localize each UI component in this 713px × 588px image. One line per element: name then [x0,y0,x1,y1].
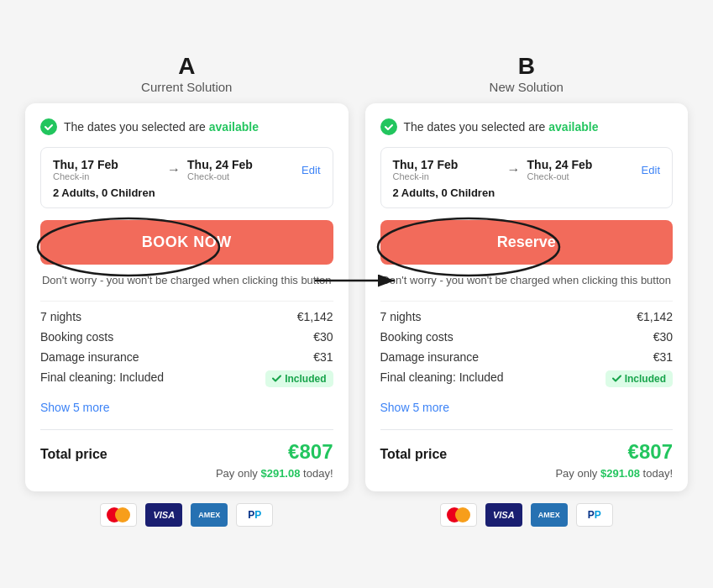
cleaning-row-b: Final cleaning: Included Included [380,370,674,387]
checkin-a: Thu, 17 Feb Check-in [53,158,160,181]
mastercard-icon-b [440,503,477,527]
availability-text-a: The dates you selected are available [64,120,259,134]
column-a-subtitle: Current Solution [141,80,232,94]
column-b-letter: B [365,53,689,80]
availability-row-a: The dates you selected are available [40,118,333,135]
column-b-subtitle: New Solution [490,80,564,94]
dates-arrow-b: → [507,162,521,177]
price-rows-b: 7 nights €1,142 Booking costs €30 Damage… [380,301,674,387]
damage-row-a: Damage insurance €31 [40,350,333,364]
column-a: A Current Solution The dates you selecte… [25,53,349,526]
column-a-header: A Current Solution [25,53,349,95]
visa-icon-a: VISA [145,503,182,527]
availability-row-b: The dates you selected are available [380,118,674,135]
visa-icon-b: VISA [485,503,522,527]
total-row-b: Total price €807 [380,429,674,464]
check-circle-b [380,118,397,135]
show-more-a[interactable]: Show 5 more [40,401,109,414]
cleaning-row-a: Final cleaning: Included Included [40,370,333,387]
show-more-b[interactable]: Show 5 more [380,401,449,414]
amex-icon-b: AMEX [531,503,568,527]
dates-box-a: Thu, 17 Feb Check-in → Thu, 24 Feb Check… [40,147,333,208]
column-a-letter: A [25,53,349,80]
check-circle-a [40,118,57,135]
dates-box-b: Thu, 17 Feb Check-in → Thu, 24 Feb Check… [380,147,674,208]
reserve-button[interactable]: Reserve [380,220,674,265]
no-charge-a: Don't worry - you won't be charged when … [40,273,333,288]
checkout-a: Thu, 24 Feb Check-out [187,158,295,181]
amex-icon-a: AMEX [191,503,228,527]
dates-row-b: Thu, 17 Feb Check-in → Thu, 24 Feb Check… [393,158,661,181]
edit-link-b[interactable]: Edit [642,164,660,176]
dates-arrow-a: → [167,162,181,177]
dates-row-a: Thu, 17 Feb Check-in → Thu, 24 Feb Check… [53,158,321,181]
page-wrapper: A Current Solution The dates you selecte… [0,36,713,551]
column-b: B New Solution The dates you selected ar… [365,53,689,526]
booking-row-a: Booking costs €30 [40,330,333,344]
mastercard-icon-a [100,503,137,527]
guests-a: 2 Adults, 0 Children [53,186,321,199]
total-row-a: Total price €807 [40,429,333,464]
nights-row-b: 7 nights €1,142 [380,310,674,323]
included-badge-a: Included [265,370,333,387]
paypal-icon-b: PP [576,503,613,527]
damage-row-b: Damage insurance €31 [380,350,674,364]
paypal-icon-a: PP [236,503,273,527]
book-now-button[interactable]: BOOK NOW [40,220,333,265]
checkin-b: Thu, 17 Feb Check-in [393,158,501,181]
checkout-b: Thu, 24 Feb Check-out [527,158,635,181]
pay-today-a: Pay only $291.08 today! [40,467,333,480]
card-b: The dates you selected are available Thu… [365,103,689,491]
availability-text-b: The dates you selected are available [404,120,599,134]
no-charge-b: Don't worry - you won't be charged when … [380,273,674,288]
included-badge-b: Included [606,370,673,387]
nights-row-a: 7 nights €1,142 [40,310,333,323]
price-rows-a: 7 nights €1,142 Booking costs €30 Damage… [40,301,333,387]
comparison-columns: A Current Solution The dates you selecte… [25,53,688,526]
book-btn-wrapper-a: BOOK NOW [40,220,333,273]
payment-icons-b: VISA AMEX PP [365,503,689,527]
payment-icons-a: VISA AMEX PP [25,503,349,527]
reserve-btn-wrapper-b: Reserve [380,220,674,273]
booking-row-b: Booking costs €30 [380,330,674,344]
edit-link-a[interactable]: Edit [301,164,320,176]
pay-today-b: Pay only $291.08 today! [380,467,674,480]
guests-b: 2 Adults, 0 Children [393,186,661,199]
card-a: The dates you selected are available Thu… [25,103,349,491]
column-b-header: B New Solution [365,53,689,95]
